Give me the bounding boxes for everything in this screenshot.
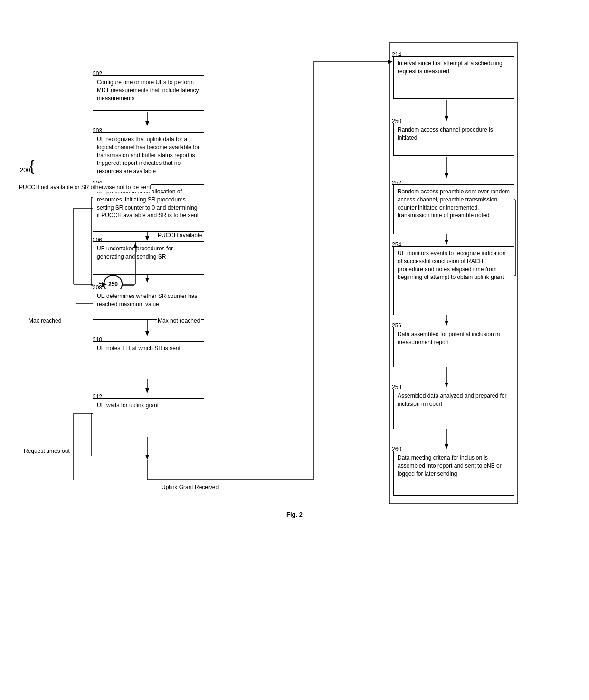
box-252: Random access preamble sent over random … [393, 184, 514, 234]
box-202: Configure one or more UEs to perform MDT… [93, 75, 204, 111]
box-258: Assembled data analyzed and prepared for… [393, 389, 514, 429]
box-214: Interval since first attempt at a schedu… [393, 56, 514, 99]
svg-marker-20 [445, 116, 448, 121]
max-not-reached-label: Max not reached [157, 317, 201, 324]
svg-marker-11 [145, 388, 149, 393]
diagram-container: { 200 202 Configure one or more UEs to p… [0, 0, 589, 700]
box-260: Data meeting criteria for inclusion is a… [393, 451, 514, 496]
box-203: UE recognizes that uplink data for a log… [93, 132, 204, 184]
svg-marker-13 [145, 455, 149, 460]
svg-marker-7 [145, 278, 149, 283]
pucch-available-label: PUCCH available [157, 232, 203, 239]
svg-marker-1 [145, 121, 149, 126]
box-250: Random access channel procedure is initi… [393, 123, 514, 156]
svg-marker-5 [145, 236, 149, 241]
pucch-not-available-label: PUCCH not available or SR otherwise not … [19, 183, 151, 192]
uplink-grant-label: Uplink Grant Received [162, 484, 218, 490]
box-210: UE notes TTI at which SR is sent [93, 341, 204, 379]
box-254: UE monitors events to recognize indicati… [393, 246, 514, 315]
max-reached-label: Max reached [28, 317, 61, 324]
node-200-label: 200 [20, 166, 30, 173]
fig-caption: Fig. 2 [256, 511, 332, 518]
box-208: UE determines whether SR counter has rea… [93, 289, 204, 320]
box-256: Data assembled for potential inclusion i… [393, 327, 514, 367]
box-212: UE waits for uplink grant [93, 398, 204, 436]
svg-marker-30 [445, 444, 448, 449]
svg-marker-18 [388, 60, 393, 64]
request-timeout-label: Request times out [24, 447, 70, 455]
box-204: UE proceeds to seek allocation of resour… [93, 184, 204, 232]
box-206: UE undertakes procedures for generating … [93, 241, 204, 275]
svg-marker-28 [445, 383, 448, 387]
svg-marker-22 [445, 173, 448, 178]
svg-marker-9 [145, 331, 149, 336]
svg-marker-24 [445, 240, 448, 245]
svg-marker-26 [445, 321, 448, 326]
